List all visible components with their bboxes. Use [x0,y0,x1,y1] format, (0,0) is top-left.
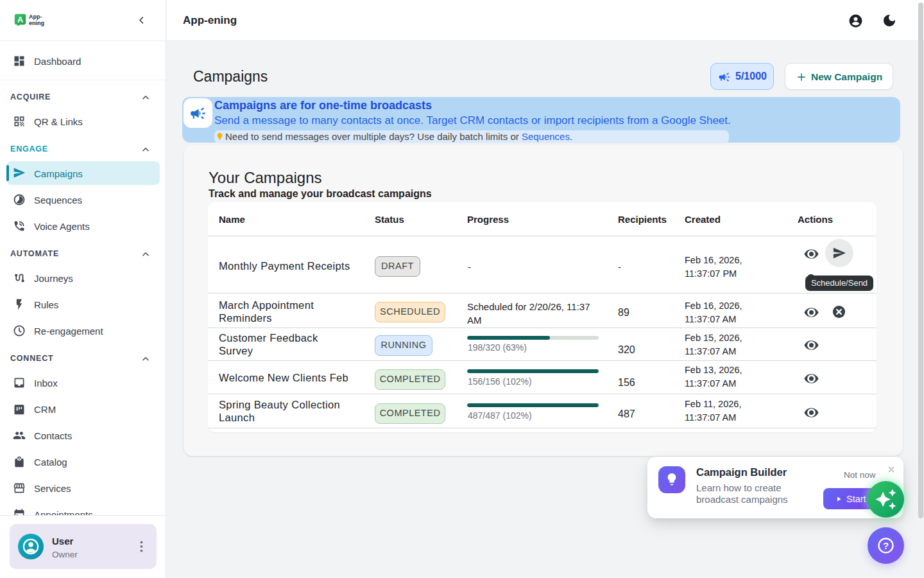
svg-text:?: ? [883,540,889,551]
svg-text:A: A [17,15,23,24]
